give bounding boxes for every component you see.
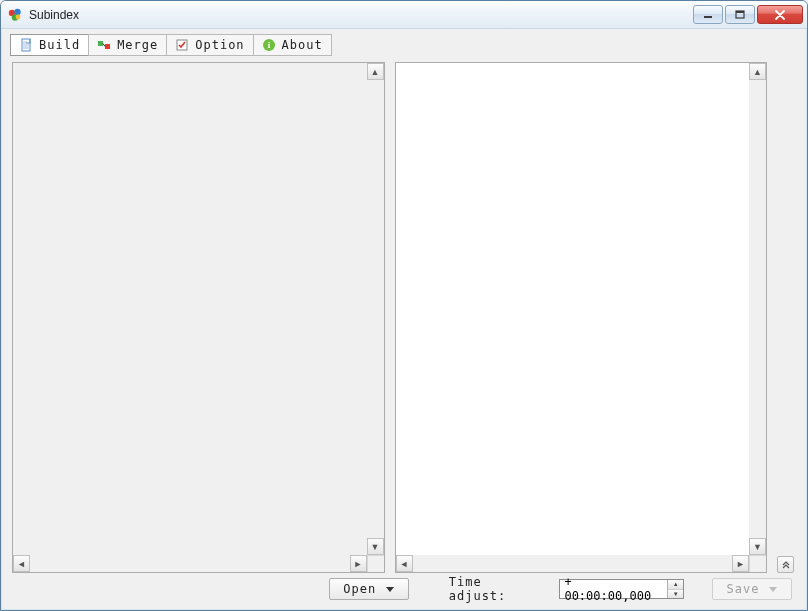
scroll-corner <box>749 555 766 572</box>
right-horizontal-scrollbar[interactable]: ◄ ► <box>396 555 750 572</box>
time-spinner: ▲ ▼ <box>667 580 683 598</box>
toolbar-spacer <box>331 34 802 56</box>
left-pane-body[interactable] <box>13 63 384 572</box>
scroll-left-icon[interactable]: ◄ <box>13 555 30 572</box>
maximize-button[interactable] <box>725 5 755 24</box>
tab-build[interactable]: Build <box>10 34 89 56</box>
save-button[interactable]: Save <box>712 578 792 600</box>
scroll-track[interactable] <box>749 80 766 538</box>
right-vertical-scrollbar[interactable]: ▲ ▼ <box>749 63 766 555</box>
main-panes: ▲ ▼ ◄ ► ▲ ▼ ◄ <box>6 56 802 573</box>
spinner-up-icon[interactable]: ▲ <box>668 580 683 590</box>
client-area: Build Merge Option i About <box>1 29 807 610</box>
left-vertical-scrollbar[interactable]: ▲ ▼ <box>367 63 384 555</box>
app-icon <box>7 7 23 23</box>
svg-rect-9 <box>105 44 110 49</box>
close-button[interactable] <box>757 5 803 24</box>
svg-point-1 <box>14 8 20 14</box>
bottom-bar: Open Time adjust: + 00:00:00,000 ▲ ▼ Sav… <box>6 573 802 605</box>
left-pane: ▲ ▼ ◄ ► <box>12 62 385 573</box>
document-new-icon <box>19 38 33 52</box>
scroll-track[interactable] <box>413 555 733 572</box>
scroll-up-icon[interactable]: ▲ <box>749 63 766 80</box>
window-controls <box>693 5 803 24</box>
tab-label: Build <box>39 38 80 52</box>
scroll-track[interactable] <box>30 555 350 572</box>
info-icon: i <box>262 38 276 52</box>
svg-point-3 <box>16 14 21 19</box>
spinner-down-icon[interactable]: ▼ <box>668 590 683 599</box>
minimize-button[interactable] <box>693 5 723 24</box>
scroll-left-icon[interactable]: ◄ <box>396 555 413 572</box>
right-pane: ▲ ▼ ◄ ► <box>395 62 768 573</box>
scroll-right-icon[interactable]: ► <box>350 555 367 572</box>
tab-about[interactable]: i About <box>253 34 332 56</box>
title-bar[interactable]: Subindex <box>1 1 807 29</box>
chevron-down-icon <box>386 587 394 592</box>
scroll-corner <box>367 555 384 572</box>
svg-rect-7 <box>22 39 30 51</box>
tab-label: About <box>282 38 323 52</box>
time-adjust-field[interactable]: + 00:00:00,000 ▲ ▼ <box>559 579 684 599</box>
scroll-up-icon[interactable]: ▲ <box>367 63 384 80</box>
time-adjust-value[interactable]: + 00:00:00,000 <box>560 580 667 598</box>
tab-label: Merge <box>117 38 158 52</box>
scroll-track[interactable] <box>367 80 384 538</box>
scroll-down-icon[interactable]: ▼ <box>367 538 384 555</box>
tab-label: Option <box>195 38 244 52</box>
chevron-down-icon <box>769 587 777 592</box>
left-horizontal-scrollbar[interactable]: ◄ ► <box>13 555 367 572</box>
open-button[interactable]: Open <box>329 578 409 600</box>
tab-merge[interactable]: Merge <box>88 34 167 56</box>
scroll-right-icon[interactable]: ► <box>732 555 749 572</box>
checkbox-icon <box>175 38 189 52</box>
toolbar: Build Merge Option i About <box>10 34 802 56</box>
merge-icon <box>97 38 111 52</box>
app-window: Subindex Build <box>0 0 808 611</box>
window-title: Subindex <box>29 8 693 22</box>
svg-rect-4 <box>704 16 712 18</box>
svg-rect-6 <box>736 11 744 13</box>
time-adjust-label: Time adjust: <box>449 575 546 603</box>
right-pane-body[interactable] <box>396 63 767 572</box>
save-button-label: Save <box>727 582 760 596</box>
open-button-label: Open <box>343 582 376 596</box>
scroll-down-icon[interactable]: ▼ <box>749 538 766 555</box>
collapse-up-icon[interactable] <box>777 556 794 573</box>
tab-option[interactable]: Option <box>166 34 253 56</box>
right-side-buttons <box>777 62 794 573</box>
svg-rect-8 <box>98 41 103 46</box>
